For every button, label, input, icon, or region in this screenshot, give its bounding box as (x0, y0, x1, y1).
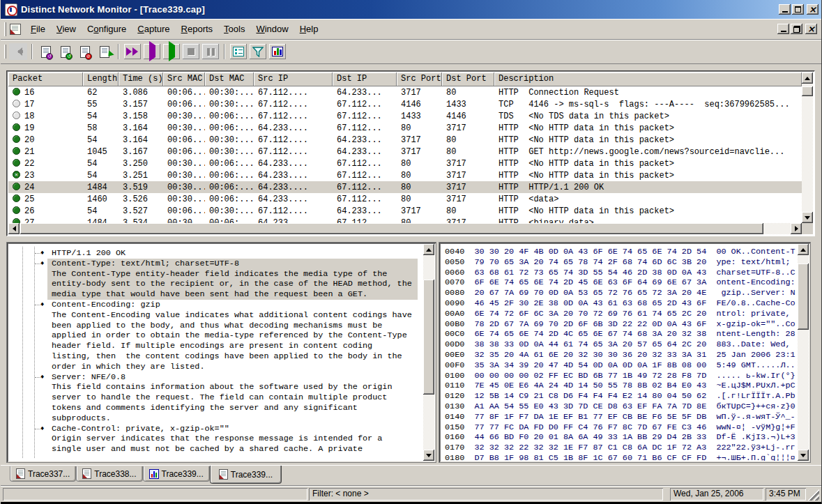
packet-row[interactable]: 19583.16400:30...00:06:...64.233....67.1… (8, 122, 802, 134)
menu-window[interactable]: Window (250, 22, 294, 36)
packet-row[interactable]: 26543.52700:06...00:30:...67.112....64.2… (8, 205, 802, 217)
document-tab-1[interactable]: Trace337... (10, 466, 76, 482)
detail-tree-item[interactable]: ♦Content-Encoding: gzipThe Content-Encod… (8, 300, 423, 372)
packet-row[interactable]: 2514603.52600:30...00:06:...64.233....67… (8, 193, 802, 205)
scroll-right-button[interactable] (791, 223, 802, 234)
packet-cell-time: 3.250 (119, 159, 163, 169)
column-header-src-mac[interactable]: Src MAC (163, 72, 205, 86)
packet-cell-dst_mac: 00:30:... (205, 135, 254, 145)
toolbar-capture-new-doc-button[interactable]: ↺ (37, 43, 55, 60)
hex-ascii: charset=UTF-8..C (716, 268, 795, 277)
detail-tree-header-row[interactable]: ♦Content-Encoding: gzip (8, 300, 423, 310)
document-tab-2[interactable]: Trace338... (76, 466, 142, 482)
packet-cell-length: 62 (83, 88, 119, 98)
packet-row[interactable]: 22543.25000:30...00:06:...64.233....67.1… (8, 158, 802, 169)
packet-cell-desc: HTTP <No HTTP data in this packet> (494, 171, 802, 181)
menu-view[interactable]: View (51, 22, 82, 36)
hex-vscrollbar[interactable] (798, 244, 809, 461)
column-header-length[interactable]: Length (83, 72, 119, 86)
menu-file[interactable]: File (25, 22, 51, 36)
toolbar-capture-stop-doc-button[interactable]: ⊘ (76, 43, 94, 60)
scroll-left-button[interactable] (8, 223, 20, 234)
hscroll-thumb[interactable] (20, 223, 763, 234)
scroll-down-button[interactable] (798, 450, 809, 461)
minimize-button[interactable] (779, 4, 791, 15)
packet-cell-src_mac: 00:30... (163, 194, 205, 204)
packet-cell-src_ip: 64.233.... (254, 123, 333, 133)
tree-connector (35, 305, 40, 305)
scroll-down-button[interactable] (802, 212, 813, 223)
packet-row[interactable]: 2414843.51900:30...00:06:...64.233....67… (8, 181, 802, 193)
toolbar-fast-forward-button[interactable] (123, 43, 142, 60)
hex-bytes: 30 30 20 4F 4B 0D 0A 43 6F 6E 74 65 6E 7… (474, 247, 716, 257)
packet-list-vscrollbar[interactable] (802, 72, 813, 223)
detail-tree-header-row[interactable]: ♦Server: NFE/0.8 (8, 372, 423, 383)
menu-help[interactable]: Help (294, 22, 324, 36)
menu-capture[interactable]: Capture (132, 22, 175, 36)
packet-cell-src_ip: 64.233.... (254, 218, 333, 224)
packet-row[interactable]: 2714843.53400:30...00:06:...64.233....67… (8, 217, 802, 223)
detail-tree-item[interactable]: ♦HTTP/1.1 200 OK (8, 248, 423, 259)
detail-tree-item[interactable]: ♦Cache-Control: private, x-gzip-ok=""Ori… (8, 424, 423, 455)
document-tab-4[interactable]: Trace339... (210, 466, 282, 484)
menu-configure[interactable]: Configure (82, 22, 132, 36)
menubar-grip[interactable] (4, 22, 6, 36)
detail-tree-header-row[interactable]: ♦Content-Type: text/html; charset=UTF-8 (8, 259, 423, 269)
column-header-description[interactable]: Description (494, 72, 802, 86)
mdi-minimize-button[interactable] (777, 24, 789, 34)
toolbar-capture-restart-doc-button[interactable]: ↺ (56, 43, 75, 60)
detail-vscrollbar[interactable] (423, 244, 434, 461)
scroll-up-button[interactable] (802, 72, 813, 84)
column-header-dst-mac[interactable]: Dst MAC (205, 72, 254, 86)
column-header-src-ip[interactable]: Src IP (254, 72, 333, 86)
packet-row[interactable]: 16623.08600:06...00:30:...67.112....64.2… (8, 86, 802, 98)
detail-tree-header-row[interactable]: ♦Cache-Control: private, x-gzip-ok="" (8, 424, 423, 434)
menu-reports[interactable]: Reports (176, 22, 219, 36)
vscroll-thumb[interactable] (802, 86, 813, 96)
close-button[interactable]: × (807, 4, 819, 15)
detail-tree-item[interactable]: ♦Server: NFE/0.8This field contains info… (8, 372, 423, 424)
column-header-packet[interactable]: Packet (8, 72, 83, 86)
toolbar-capture-save-doc-button[interactable] (96, 43, 114, 60)
column-header-src-port[interactable]: Src Port (397, 72, 442, 86)
toolbar-statistics-button[interactable] (268, 43, 287, 60)
hex-bytes: A1 AA 54 55 E0 43 3D 7D CE D8 63 EF FA 7… (474, 402, 716, 411)
maximize-button[interactable] (792, 4, 804, 15)
tree-connector (35, 429, 40, 429)
toolbar-packet-details-button[interactable] (229, 43, 248, 60)
resize-grip[interactable] (808, 489, 819, 501)
packet-cell-src_ip: 67.112.... (254, 206, 333, 216)
detail-tree-header-row[interactable]: ♦HTTP/1.1 200 OK (8, 248, 423, 259)
toolbar-back-arrow-button (9, 43, 27, 60)
packet-row[interactable]: 20543.16400:06...00:30:...67.112....64.2… (8, 134, 802, 146)
menu-tools[interactable]: Tools (218, 22, 250, 36)
packet-row[interactable]: 2110453.16700:06...00:30:...67.112....64… (8, 146, 802, 158)
vscroll-thumb[interactable] (423, 280, 434, 395)
packet-list-hscrollbar[interactable] (8, 223, 802, 234)
packet-row[interactable]: 18543.15800:30...00:06:...67.112....67.1… (8, 110, 802, 122)
packet-status-icon (13, 194, 20, 202)
packet-row[interactable]: 17553.15700:06...00:30:...67.112....67.1… (8, 98, 802, 110)
scroll-down-button[interactable] (423, 450, 434, 461)
toolbar-play-capture-button[interactable] (143, 43, 161, 60)
vscroll-thumb[interactable] (798, 264, 809, 330)
scroll-up-button[interactable] (798, 244, 809, 255)
menu-bar: FileViewConfigureCaptureReportsToolsWind… (1, 19, 821, 40)
toolbar-grip[interactable] (4, 45, 6, 59)
toolbar-play-button[interactable] (162, 43, 181, 60)
document-icon[interactable] (10, 24, 21, 35)
stop-icon (188, 48, 195, 55)
column-header-time-s-[interactable]: Time (s) (119, 72, 163, 86)
packet-row[interactable]: 23543.25100:30...00:06:...64.233....67.1… (8, 169, 802, 181)
mdi-close-button[interactable]: × (805, 24, 817, 34)
mdi-restore-button[interactable] (791, 24, 802, 34)
column-header-dst-port[interactable]: Dst Port (442, 72, 494, 86)
hex-line: 0090 46 45 2F 30 2E 38 0D 0A 43 61 63 68… (445, 298, 798, 309)
document-tab-3[interactable]: Trace339... (143, 466, 210, 482)
column-header-dst-ip[interactable]: Dst IP (333, 72, 397, 86)
packet-cell-time: 3.158 (119, 112, 163, 121)
toolbar-filter-button[interactable] (249, 43, 267, 60)
scroll-up-button[interactable] (423, 244, 434, 255)
hex-offset: 0090 (445, 298, 474, 308)
detail-tree-item[interactable]: ♦Content-Type: text/html; charset=UTF-8T… (8, 259, 423, 300)
